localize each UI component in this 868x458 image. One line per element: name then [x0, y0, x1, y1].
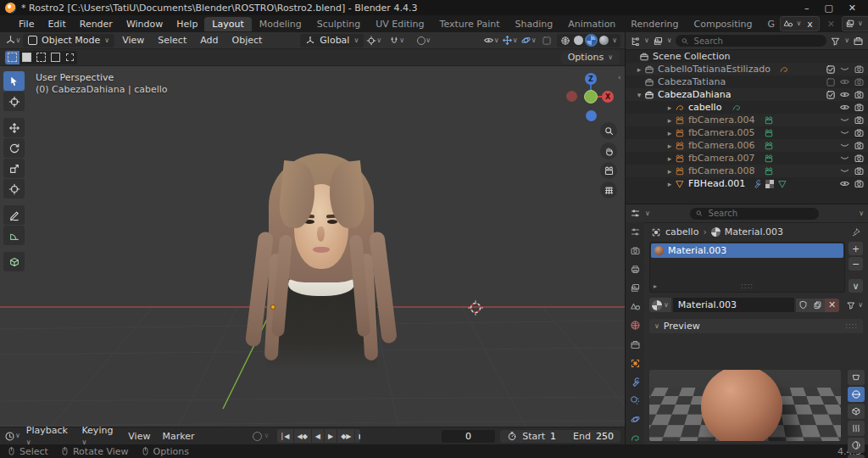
select-subtract-button[interactable]	[34, 51, 48, 64]
tab-object-data[interactable]	[628, 432, 642, 444]
outliner-search[interactable]	[676, 35, 826, 47]
menu-window[interactable]: Window	[120, 19, 170, 30]
viewport-menu-select[interactable]: Select	[152, 35, 192, 46]
tab-object[interactable]	[628, 357, 642, 370]
outliner-row-cabezadahiana[interactable]: ▾ CabezaDahiana	[626, 88, 868, 101]
tab-modifiers[interactable]	[628, 376, 642, 388]
eye-closed-icon[interactable]	[839, 140, 850, 151]
rotate-tool[interactable]	[3, 138, 25, 158]
shading-dropdown-icon[interactable]: ∨	[612, 37, 617, 44]
disclosure-icon[interactable]: ▸	[665, 167, 675, 176]
preview-hair-button[interactable]	[848, 421, 865, 436]
transform-tool[interactable]	[3, 179, 25, 198]
render-visibility-icon[interactable]	[854, 153, 865, 164]
menu-help[interactable]: Help	[170, 19, 204, 30]
disclosure-icon[interactable]: ▸	[634, 65, 644, 74]
tab-view-layer[interactable]	[628, 282, 642, 294]
overlays-button[interactable]: ∨	[520, 34, 537, 47]
tab-tool[interactable]	[628, 226, 642, 238]
material-slot-list[interactable]: Material.003 ▸ ::::	[649, 242, 845, 293]
workspace-tab-sculpting[interactable]: Sculpting	[309, 17, 368, 31]
material-shading-icon[interactable]	[587, 36, 596, 45]
character-model[interactable]	[250, 154, 394, 374]
preview-cloth-button[interactable]	[848, 455, 865, 458]
editor-type-button[interactable]: ∨	[4, 34, 21, 47]
tab-scene[interactable]	[628, 300, 642, 313]
tab-collection[interactable]	[628, 338, 642, 350]
outliner-row-cabellotatiana[interactable]: ▸ CabelloTatianaEstilizado	[626, 63, 868, 75]
pan-view-button[interactable]	[600, 142, 617, 159]
outliner-row-fbcamera005[interactable]: ▸ fbCamera.005	[626, 126, 868, 139]
panel-drag-grip[interactable]: ::::	[845, 322, 858, 330]
gizmos-button[interactable]: ∨	[501, 34, 518, 47]
snap-button[interactable]: ∨	[384, 34, 409, 47]
breadcrumb-material[interactable]: Material.003	[725, 226, 783, 237]
tab-particles[interactable]	[628, 394, 642, 407]
disclosure-icon[interactable]: ▸	[665, 142, 675, 150]
disclosure-icon[interactable]: ▸	[665, 180, 675, 188]
eye-closed-icon[interactable]	[839, 153, 850, 164]
viewport-menu-object[interactable]: Object	[226, 35, 269, 46]
auto-key-button[interactable]: ∨	[253, 432, 269, 441]
disclosure-icon[interactable]: ▾	[634, 91, 644, 99]
start-value[interactable]: 1	[550, 431, 556, 442]
checkbox-checked-icon[interactable]	[826, 64, 836, 75]
properties-search[interactable]	[690, 208, 819, 220]
next-keyframe-button[interactable]: ◆▶	[337, 429, 354, 443]
wireframe-shading-icon[interactable]	[560, 36, 570, 46]
tab-world[interactable]	[628, 319, 642, 332]
display-mode-icon[interactable]	[653, 36, 664, 47]
show-visibility-button[interactable]: ∨	[482, 34, 499, 47]
add-cube-tool[interactable]	[3, 252, 25, 271]
preview-flat-button[interactable]	[848, 370, 865, 385]
render-visibility-icon[interactable]	[854, 102, 865, 113]
rendered-shading-icon[interactable]	[599, 36, 609, 45]
workspace-tab-rendering[interactable]: Rendering	[623, 17, 686, 31]
preview-panel-header[interactable]: ∨ Preview ::::	[649, 319, 863, 333]
properties-options-icon[interactable]: ∨	[859, 210, 864, 217]
checkbox-checked-icon[interactable]	[826, 90, 836, 100]
sidebar-collapse-arrow[interactable]: ‹	[618, 73, 621, 81]
outliner-row-fbcamera006[interactable]: ▸ fbCamera.006	[626, 139, 868, 152]
properties-search-input[interactable]	[707, 208, 814, 219]
workspace-tab-compositing[interactable]: Compositing	[687, 17, 760, 31]
outliner-row-fbcamera008[interactable]: ▸ fbCamera.008	[626, 165, 868, 177]
timeline-editor-button[interactable]: ∨	[4, 429, 20, 443]
prev-keyframe-button[interactable]: ◀◆	[294, 429, 311, 443]
viewport-3d[interactable]: User Perspective (0) CabezaDahiana | cab…	[0, 66, 625, 427]
new-collection-icon[interactable]	[853, 36, 864, 47]
gizmo-x-axis[interactable]: X	[602, 91, 614, 103]
proportional-edit-button[interactable]: ∨	[411, 34, 437, 47]
list-resize-grip[interactable]: ::::	[741, 282, 754, 290]
gizmo-z-axis[interactable]: Z	[585, 73, 597, 85]
breadcrumb-object[interactable]: cabello	[665, 226, 698, 237]
list-filter-toggle[interactable]: ▸	[654, 282, 657, 290]
preview-cube-button[interactable]	[848, 404, 865, 419]
jump-to-start-button[interactable]: |◀	[277, 429, 292, 443]
disclosure-icon[interactable]: ▸	[665, 129, 675, 137]
render-visibility-icon[interactable]	[854, 127, 865, 138]
measure-tool[interactable]	[3, 226, 25, 245]
render-visibility-icon[interactable]	[854, 165, 865, 176]
add-material-slot-button[interactable]: +	[849, 242, 863, 255]
camera-view-button[interactable]	[600, 162, 617, 179]
gizmo-neg-z-axis[interactable]	[586, 110, 597, 121]
properties-editor-icon[interactable]	[630, 208, 641, 219]
workspace-tab-animation[interactable]: Animation	[560, 17, 623, 31]
orientation-dropdown[interactable]: Global ∨	[300, 34, 364, 47]
end-value[interactable]: 250	[596, 431, 614, 442]
timeline-menu-marker[interactable]: Marker	[156, 431, 200, 442]
timeline-menu-view[interactable]: View	[122, 431, 156, 442]
browse-material-button[interactable]: ∨	[649, 298, 671, 312]
solid-shading-icon[interactable]	[574, 36, 583, 45]
material-name-field[interactable]: Material.003	[673, 298, 794, 312]
copy-material-button[interactable]	[810, 299, 825, 312]
ortho-toggle-button[interactable]	[600, 182, 617, 198]
outliner-search-input[interactable]	[693, 36, 822, 47]
workspace-tab-modeling[interactable]: Modeling	[252, 17, 309, 31]
outliner-row-cabello[interactable]: ▸ cabello	[626, 101, 868, 114]
xray-toggle[interactable]	[538, 34, 555, 47]
eye-dim-icon[interactable]	[839, 76, 850, 87]
menu-edit[interactable]: Edit	[41, 19, 72, 30]
material-specials-button[interactable]: ∨	[849, 279, 863, 293]
